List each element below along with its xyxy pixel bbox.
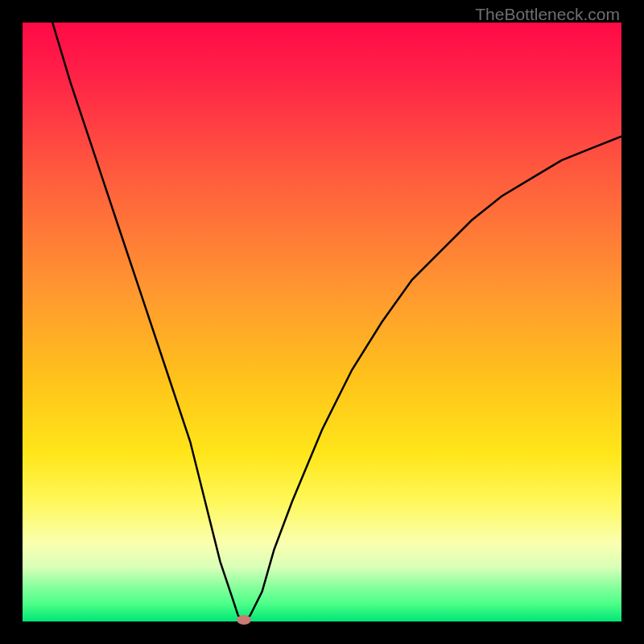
watermark-text: TheBottleneck.com xyxy=(475,5,620,24)
bottleneck-curve xyxy=(23,23,621,621)
chart-container xyxy=(23,23,621,621)
optimum-marker xyxy=(237,615,251,625)
